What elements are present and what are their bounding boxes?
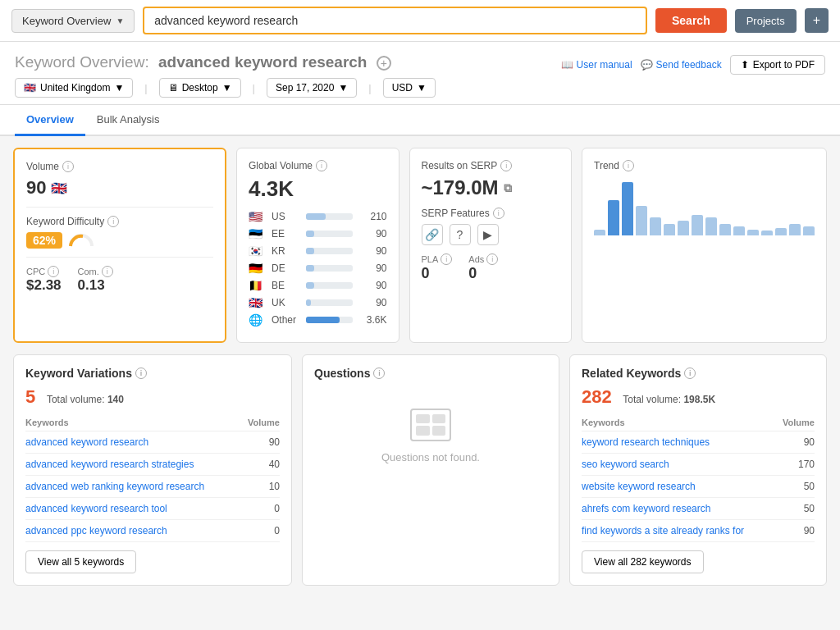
serp-features-info-icon[interactable]: i — [493, 208, 504, 219]
keyword-link[interactable]: advanced keyword research strategies — [25, 459, 194, 470]
tool-dropdown[interactable]: Keyword Overview ▼ — [11, 9, 135, 33]
volume-value: 90 🇬🇧 — [26, 177, 213, 199]
question-icon[interactable]: ? — [450, 224, 471, 245]
trend-bar — [775, 228, 787, 235]
country-count: 90 — [358, 262, 387, 274]
title-block: Keyword Overview: advanced keyword resea… — [15, 53, 436, 98]
country-bar — [306, 265, 314, 272]
country-count: 90 — [358, 297, 387, 308]
projects-button[interactable]: Projects — [735, 9, 797, 33]
com-info-icon[interactable]: i — [102, 266, 113, 277]
keyword-link[interactable]: advanced keyword research — [25, 436, 148, 448]
trend-bar — [594, 230, 605, 235]
serp-info-icon[interactable]: i — [500, 160, 512, 171]
country-bar-bg — [306, 213, 353, 220]
country-bar — [306, 317, 340, 323]
volume-cell: 0 — [241, 498, 280, 520]
volume-kd-card: Volume i 90 🇬🇧 Keyword Difficulty i 62% — [13, 148, 226, 343]
device-filter[interactable]: 🖥 Desktop ▼ — [159, 78, 241, 98]
rk-table: Keywords Volume keyword research techniq… — [582, 414, 815, 542]
date-filter[interactable]: Sep 17, 2020 ▼ — [267, 78, 357, 98]
metrics-row: Volume i 90 🇬🇧 Keyword Difficulty i 62% — [13, 148, 827, 343]
tool-label: Keyword Overview — [22, 15, 111, 27]
empty-table-icon — [410, 409, 451, 441]
chevron-down-icon: ▼ — [114, 82, 124, 94]
kv-count: 5 — [25, 386, 35, 407]
country-bar-bg — [306, 265, 353, 272]
trend-bar — [733, 226, 745, 235]
ads-info-icon[interactable]: i — [486, 253, 498, 265]
country-bar-bg — [306, 282, 353, 289]
table-row: advanced ppc keyword research 0 — [25, 520, 280, 542]
trend-bar — [692, 215, 703, 235]
tab-overview[interactable]: Overview — [15, 105, 85, 136]
global-volume-info-icon[interactable]: i — [316, 160, 327, 171]
user-manual-link[interactable]: 📖 User manual — [561, 59, 632, 71]
country-bar — [306, 299, 311, 306]
keyword-link[interactable]: ahrefs com keyword research — [582, 503, 710, 514]
chat-icon: 💬 — [641, 59, 653, 71]
pla-info-icon[interactable]: i — [441, 253, 452, 265]
kv-total-vol: Total volume: 140 — [47, 394, 124, 405]
serp-card: Results on SERP i ~179.0M ⧉ SERP Feature… — [409, 148, 573, 343]
country-row: 🇺🇸 US 210 — [249, 210, 387, 223]
chevron-down-icon: ▼ — [222, 82, 232, 94]
export-pdf-button[interactable]: ⬆ Export to PDF — [730, 55, 825, 75]
volume-cell: 50 — [776, 498, 815, 520]
filters-bar: 🇬🇧 United Kingdom ▼ | 🖥 Desktop ▼ | Sep … — [15, 71, 436, 98]
play-icon[interactable]: ▶ — [477, 224, 499, 245]
keyword-link[interactable]: seo keyword search — [582, 459, 669, 470]
kd-badge: 62% — [26, 232, 62, 249]
country-count: 90 — [358, 245, 387, 257]
search-button[interactable]: Search — [655, 8, 727, 33]
link-icon[interactable]: 🔗 — [422, 224, 443, 245]
copy-icon[interactable]: ⧉ — [504, 181, 512, 195]
country-flag-icon: 🇰🇷 — [249, 244, 267, 258]
kd-label: Keyword Difficulty i — [26, 216, 213, 227]
trend-info-icon[interactable]: i — [623, 160, 634, 171]
questions-empty: Questions not found. — [314, 386, 547, 485]
rk-info-icon[interactable]: i — [684, 368, 696, 379]
currency-filter[interactable]: USD ▼ — [383, 78, 436, 98]
serp-value: ~179.0M ⧉ — [422, 176, 560, 199]
country-code: EE — [272, 228, 301, 240]
kv-info-icon[interactable]: i — [135, 368, 147, 379]
kd-info-icon[interactable]: i — [107, 216, 119, 227]
trend-bar — [636, 206, 647, 235]
view-all-rk-button[interactable]: View all 282 keywords — [582, 550, 704, 573]
table-row: advanced keyword research strategies 40 — [25, 454, 280, 476]
keyword-link[interactable]: keyword research techniques — [582, 436, 710, 448]
keyword-link[interactable]: advanced web ranking keyword research — [25, 481, 204, 492]
keyword-variations-card: Keyword Variations i 5 Total volume: 140… — [13, 354, 292, 586]
top-nav: Keyword Overview ▼ Search Projects + — [0, 0, 840, 42]
country-code: UK — [272, 297, 301, 308]
pla-item: PLA i 0 — [422, 253, 453, 282]
rk-count: 282 — [582, 386, 612, 407]
country-flag-icon: 🇬🇧 — [249, 296, 267, 309]
add-keyword-icon[interactable]: + — [377, 56, 391, 71]
export-icon: ⬆ — [741, 59, 749, 71]
search-input[interactable] — [143, 7, 647, 34]
bottom-row: Keyword Variations i 5 Total volume: 140… — [13, 354, 827, 586]
country-row: 🇧🇪 BE 90 — [249, 279, 387, 292]
country-filter[interactable]: 🇬🇧 United Kingdom ▼ — [15, 78, 133, 98]
keyword-link[interactable]: advanced keyword research tool — [25, 503, 167, 514]
country-list: 🇺🇸 US 210 🇪🇪 EE 90 🇰🇷 KR 90 🇩🇪 DE 90 🇧🇪 … — [249, 210, 387, 326]
questions-info-icon[interactable]: i — [373, 368, 385, 379]
tab-bulk-analysis[interactable]: Bulk Analysis — [85, 105, 171, 136]
send-feedback-link[interactable]: 💬 Send feedback — [641, 59, 722, 71]
volume-cell: 90 — [241, 431, 280, 454]
volume-cell: 90 — [776, 520, 815, 542]
volume-cell: 170 — [776, 454, 815, 476]
keyword-link[interactable]: advanced ppc keyword research — [25, 525, 167, 536]
country-row: 🇬🇧 UK 90 — [249, 296, 387, 309]
keyword-link[interactable]: website keyword research — [582, 481, 696, 492]
view-all-kv-button[interactable]: View all 5 keywords — [25, 550, 136, 573]
cpc-info-icon[interactable]: i — [48, 266, 59, 277]
trend-bar — [678, 221, 689, 235]
volume-info-icon[interactable]: i — [62, 161, 74, 172]
add-project-button[interactable]: + — [805, 8, 829, 33]
country-bar-bg — [306, 231, 353, 237]
country-code: DE — [272, 262, 301, 274]
keyword-link[interactable]: find keywords a site already ranks for — [582, 525, 744, 536]
